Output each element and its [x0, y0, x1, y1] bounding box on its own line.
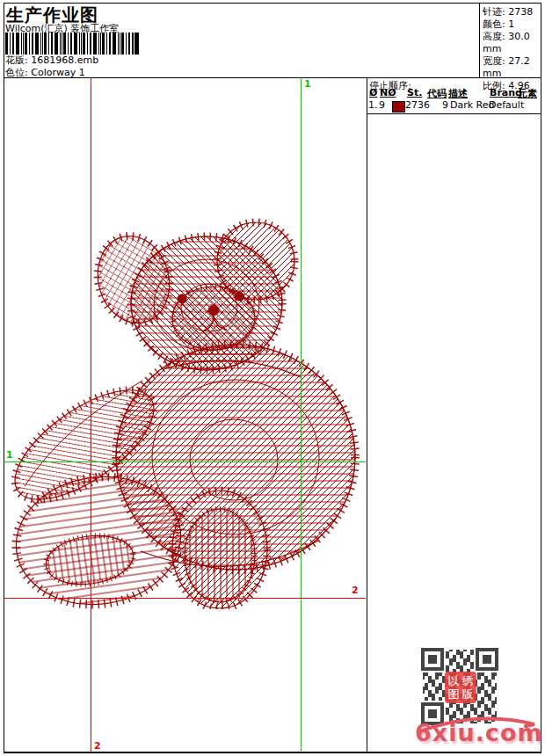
start-label-left: 1	[6, 450, 13, 460]
site-logo: 6xiu.com	[415, 719, 543, 746]
seal-char: 以	[447, 674, 461, 687]
col-needle-no: NØ	[380, 87, 396, 98]
design-width: 宽度: 27.2 mm	[483, 55, 545, 80]
start-guide-vertical	[301, 78, 302, 752]
end-guide-vertical	[91, 78, 91, 752]
header-separator	[4, 77, 541, 78]
col-stitches: St.	[407, 87, 422, 98]
row-index: 1.	[368, 99, 378, 111]
seal-char: 版	[461, 687, 475, 701]
info-divider	[479, 4, 480, 77]
embroidery-design-teddy-bear	[9, 217, 360, 609]
pattern-label: 花版:	[5, 55, 28, 66]
design-info: 针迹: 2738 颜色: 1 高度: 30.0 mm 宽度: 27.2 mm 比…	[483, 6, 545, 92]
row-brand: Default	[489, 99, 524, 111]
table-bottom-rule	[367, 113, 541, 114]
color-swatch	[392, 101, 405, 113]
start-label-top: 1	[304, 79, 311, 89]
end-guide-horizontal	[4, 598, 366, 599]
seal-char: 图	[447, 687, 461, 701]
pattern-file: 花版: 1681968.emb	[5, 54, 98, 67]
row-stitches: 2736	[405, 99, 430, 111]
start-guide-horizontal	[4, 462, 366, 462]
row-needle: 9	[379, 99, 385, 111]
right-panel-divider	[367, 77, 367, 752]
stitch-count: 针迹: 2738	[483, 6, 545, 18]
col-needle-hash: Ø	[369, 87, 377, 98]
row-description: Dark Red	[450, 99, 495, 111]
color-count: 颜色: 1	[483, 18, 545, 31]
row-code: 9	[442, 99, 448, 111]
end-label-bottom: 2	[94, 741, 101, 751]
col-element: 元素	[518, 87, 537, 100]
end-label-right: 2	[352, 585, 359, 595]
col-description: 描述	[448, 87, 468, 100]
seal-char: 绣	[461, 674, 475, 687]
col-code: 代码	[427, 87, 447, 100]
red-seal: 以 绣 图 版	[445, 672, 476, 703]
design-height: 高度: 30.0 mm	[483, 31, 545, 55]
pattern-value: 1681968.emb	[31, 55, 98, 66]
barcode	[5, 33, 139, 55]
production-worksheet: 生产作业图 Wilcom(汇京) 装饰工作室 花版: 1681968.emb 色…	[0, 0, 545, 756]
